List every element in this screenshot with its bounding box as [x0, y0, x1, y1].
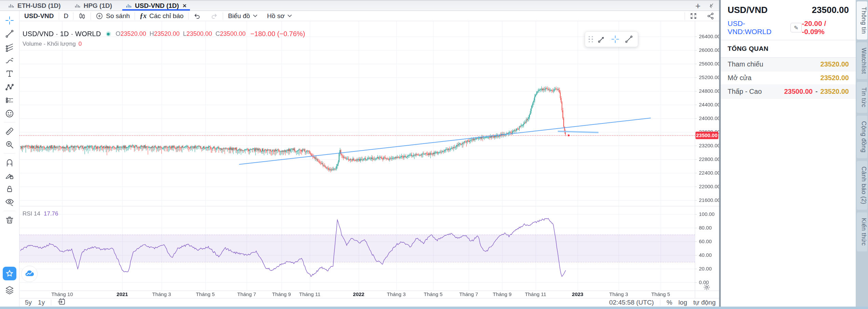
separator	[4, 211, 15, 211]
collapse-window-icon[interactable]	[707, 2, 715, 10]
provider-logo-button[interactable]	[21, 266, 38, 282]
profile-menu-button[interactable]: Hồ sơ	[262, 11, 297, 21]
symbol-search-button[interactable]: USD-VND	[19, 11, 59, 21]
remove-drawings-tool[interactable]	[2, 213, 17, 226]
range-1y-button[interactable]: 1y	[38, 299, 45, 306]
clock[interactable]: 02:45:58 (UTC)	[609, 299, 654, 306]
chart-legend: USD/VND · 1D · WORLD O23520.00 H23520.00…	[23, 30, 305, 38]
close-tab-icon[interactable]: ×	[183, 2, 187, 10]
chart-style-button[interactable]	[73, 11, 91, 21]
interval-button[interactable]: D	[59, 11, 73, 21]
mini-chart-icon	[8, 3, 14, 9]
dash: -	[815, 88, 818, 95]
pattern-tool[interactable]	[2, 80, 17, 93]
text-tool[interactable]	[2, 67, 17, 80]
tab-usd-vnd[interactable]: USD-VND (1D) ×	[120, 1, 192, 11]
object-tree-button[interactable]	[2, 283, 17, 296]
side-tab-watchlist[interactable]: Watchlist	[857, 42, 867, 79]
window-bottom-edge	[0, 307, 868, 309]
trend-line-tool[interactable]	[2, 27, 17, 40]
trading-app: ETH-USD (1D) HPG (1D) USD-VND (1D) × + U…	[0, 0, 868, 309]
row-label: Mở cửa	[728, 74, 752, 82]
undo-icon	[193, 12, 201, 20]
redo-icon	[210, 12, 218, 20]
candles-icon	[78, 12, 86, 20]
brush-tool[interactable]	[2, 54, 17, 67]
volume-label[interactable]: Volume - Khối lượng	[23, 41, 76, 47]
separator	[51, 299, 51, 306]
full-symbol-link[interactable]: USD-VND:WORLD	[728, 19, 786, 36]
scale-controls: 02:45:58 (UTC) % log tự động	[609, 299, 719, 306]
chart-menu-button[interactable]: Biểu đồ	[223, 11, 262, 21]
price-scale-settings-button[interactable]	[702, 283, 711, 292]
favorites-star-button[interactable]	[3, 267, 16, 280]
main-toolbar: USD-VND D So sánh ƒx Các chỉ báo Biểu đồ	[19, 11, 719, 21]
gear-icon	[703, 283, 711, 291]
close-value: 23500.00	[220, 30, 246, 37]
rsi-label[interactable]: RSI 14	[23, 210, 40, 217]
ohlc-values: O23520.00 H23520.00 L23500.00 C23500.00	[116, 30, 246, 38]
reference-value: 23520.00	[821, 60, 849, 68]
tab-eth-usd[interactable]: ETH-USD (1D)	[3, 1, 66, 11]
gann-fib-tool[interactable]	[2, 40, 17, 54]
high-value: 23520.00	[154, 30, 180, 37]
drag-handle[interactable]	[587, 36, 595, 43]
overview-section-title: TỔNG QUAN	[721, 40, 856, 58]
panel-symbol: USD/VND	[728, 5, 768, 15]
auto-scale-button[interactable]: tự động	[693, 299, 716, 306]
emoji-tool[interactable]	[2, 107, 17, 120]
info-panel: USD/VND 23500.00 USD-VND:WORLD ✎ -20.00 …	[721, 0, 856, 309]
chart-bottom-bar: 5y 1y 02:45:58 (UTC) % log tự động	[19, 298, 719, 307]
trendline-tool-button[interactable]	[622, 32, 636, 46]
lock-all-tool[interactable]	[2, 182, 17, 195]
mini-chart-icon	[74, 3, 81, 9]
crosshair-mode-button[interactable]	[608, 32, 622, 46]
magnet-tool[interactable]	[2, 156, 17, 169]
hide-drawings-tool[interactable]	[2, 195, 17, 209]
compare-button[interactable]: So sánh	[91, 11, 135, 21]
panel-last-price: 23500.00	[812, 5, 849, 15]
close-label: C	[216, 30, 220, 37]
panel-change: -20.00 / -0.09%	[802, 19, 849, 36]
drawing-lock-tool[interactable]	[2, 169, 17, 182]
go-to-date-button[interactable]	[57, 298, 66, 307]
volume-value: 0	[79, 41, 82, 47]
side-tab-info[interactable]: Thông tin	[857, 1, 867, 40]
series-title[interactable]: USD/VND · 1D · WORLD	[23, 30, 101, 38]
tab-hpg[interactable]: HPG (1D)	[69, 1, 118, 11]
side-tab-alerts[interactable]: Cảnh báo (2)	[857, 161, 867, 210]
add-tab-button[interactable]: +	[694, 2, 702, 10]
share-button[interactable]	[702, 11, 719, 21]
tabbar-actions: +	[694, 1, 719, 11]
price-chart-canvas[interactable]	[19, 21, 719, 298]
undo-button[interactable]	[189, 11, 206, 21]
tab-label: USD-VND (1D)	[135, 2, 179, 10]
side-tab-community[interactable]: Cộng đồng	[857, 116, 867, 158]
rsi-legend: RSI 14 17.76	[23, 210, 58, 217]
fullscreen-button[interactable]	[685, 11, 702, 21]
high-label: H	[150, 30, 154, 37]
log-scale-button[interactable]: log	[678, 299, 687, 306]
redo-button[interactable]	[206, 11, 223, 21]
overview-row-reference: Tham chiếu 23520.00	[721, 58, 856, 71]
ruler-tool[interactable]	[2, 124, 17, 138]
row-label: Tham chiếu	[728, 60, 763, 68]
edit-symbol-button[interactable]: ✎	[790, 23, 802, 32]
rsi-value: 17.76	[44, 210, 58, 217]
forecast-tool[interactable]	[2, 93, 17, 107]
zoom-in-tool[interactable]	[2, 138, 17, 151]
chevron-down-icon	[287, 14, 292, 18]
side-tab-education[interactable]: Kiến thức	[857, 212, 867, 251]
data-source-dot-icon[interactable]	[106, 31, 111, 36]
open-value: 23520.00	[121, 30, 146, 37]
indicators-button[interactable]: ƒx Các chỉ báo	[135, 11, 188, 21]
arrow-tool-button[interactable]	[595, 32, 608, 46]
crosshair-tool[interactable]	[2, 14, 17, 27]
percent-scale-button[interactable]: %	[666, 299, 672, 306]
separator	[4, 122, 15, 122]
side-tab-news[interactable]: Tin tức	[857, 82, 867, 113]
volume-legend: Volume - Khối lượng 0	[23, 41, 82, 47]
range-controls: 5y 1y	[19, 298, 66, 307]
share-icon	[707, 12, 714, 20]
range-5y-button[interactable]: 5y	[25, 299, 32, 306]
